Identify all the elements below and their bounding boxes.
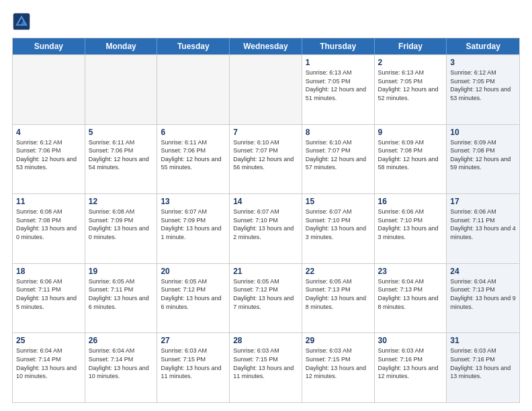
weekday-header: Wednesday — [230, 38, 302, 54]
cell-info: Sunrise: 6:05 AM Sunset: 7:12 PM Dayligh… — [161, 277, 226, 311]
calendar-cell: 10Sunrise: 6:09 AM Sunset: 7:08 PM Dayli… — [447, 125, 519, 194]
calendar-cell: 14Sunrise: 6:07 AM Sunset: 7:10 PM Dayli… — [230, 194, 302, 263]
calendar-cell: 21Sunrise: 6:05 AM Sunset: 7:12 PM Dayli… — [230, 264, 302, 333]
calendar-cell: 17Sunrise: 6:06 AM Sunset: 7:11 PM Dayli… — [447, 194, 519, 263]
calendar-cell: 2Sunrise: 6:13 AM Sunset: 7:05 PM Daylig… — [375, 55, 447, 124]
cell-info: Sunrise: 6:06 AM Sunset: 7:11 PM Dayligh… — [16, 277, 81, 311]
day-number: 25 — [16, 336, 81, 345]
calendar-row: 11Sunrise: 6:08 AM Sunset: 7:08 PM Dayli… — [13, 193, 519, 263]
cell-info: Sunrise: 6:07 AM Sunset: 7:09 PM Dayligh… — [161, 208, 226, 241]
cell-info: Sunrise: 6:13 AM Sunset: 7:05 PM Dayligh… — [378, 68, 443, 102]
day-number: 27 — [161, 336, 226, 345]
calendar-cell: 22Sunrise: 6:05 AM Sunset: 7:13 PM Dayli… — [302, 264, 375, 333]
day-number: 3 — [450, 58, 516, 67]
cell-info: Sunrise: 6:04 AM Sunset: 7:13 PM Dayligh… — [378, 277, 443, 311]
day-number: 24 — [450, 267, 516, 276]
day-number: 1 — [306, 58, 371, 67]
calendar-cell — [230, 55, 302, 124]
calendar-cell: 4Sunrise: 6:12 AM Sunset: 7:06 PM Daylig… — [13, 125, 85, 194]
cell-info: Sunrise: 6:13 AM Sunset: 7:05 PM Dayligh… — [306, 68, 371, 102]
logo — [12, 12, 34, 31]
page: SundayMondayTuesdayWednesdayThursdayFrid… — [0, 0, 532, 411]
cell-info: Sunrise: 6:05 AM Sunset: 7:11 PM Dayligh… — [89, 277, 154, 311]
day-number: 18 — [16, 267, 81, 276]
weekday-header: Thursday — [302, 38, 375, 54]
calendar-cell: 26Sunrise: 6:04 AM Sunset: 7:14 PM Dayli… — [85, 333, 158, 402]
calendar-cell: 30Sunrise: 6:03 AM Sunset: 7:16 PM Dayli… — [375, 333, 447, 402]
day-number: 17 — [450, 197, 516, 206]
day-number: 7 — [233, 128, 298, 137]
cell-info: Sunrise: 6:09 AM Sunset: 7:08 PM Dayligh… — [378, 138, 443, 172]
calendar-cell: 23Sunrise: 6:04 AM Sunset: 7:13 PM Dayli… — [375, 264, 447, 333]
day-number: 2 — [378, 58, 443, 67]
cell-info: Sunrise: 6:03 AM Sunset: 7:15 PM Dayligh… — [233, 347, 298, 380]
calendar-body: 1Sunrise: 6:13 AM Sunset: 7:05 PM Daylig… — [13, 54, 519, 402]
calendar-cell: 16Sunrise: 6:06 AM Sunset: 7:10 PM Dayli… — [375, 194, 447, 263]
day-number: 5 — [89, 128, 154, 137]
cell-info: Sunrise: 6:03 AM Sunset: 7:15 PM Dayligh… — [161, 347, 226, 380]
day-number: 9 — [378, 128, 443, 137]
cell-info: Sunrise: 6:07 AM Sunset: 7:10 PM Dayligh… — [306, 208, 371, 241]
calendar-cell — [85, 55, 158, 124]
calendar-cell — [13, 55, 85, 124]
cell-info: Sunrise: 6:04 AM Sunset: 7:14 PM Dayligh… — [16, 347, 81, 380]
cell-info: Sunrise: 6:11 AM Sunset: 7:06 PM Dayligh… — [161, 138, 226, 172]
cell-info: Sunrise: 6:11 AM Sunset: 7:06 PM Dayligh… — [89, 138, 154, 172]
logo-icon — [12, 12, 31, 31]
day-number: 12 — [89, 197, 154, 206]
calendar-cell: 20Sunrise: 6:05 AM Sunset: 7:12 PM Dayli… — [157, 264, 230, 333]
day-number: 23 — [378, 267, 443, 276]
calendar-cell: 15Sunrise: 6:07 AM Sunset: 7:10 PM Dayli… — [302, 194, 375, 263]
weekday-header: Saturday — [447, 38, 519, 54]
calendar-cell: 27Sunrise: 6:03 AM Sunset: 7:15 PM Dayli… — [157, 333, 230, 402]
cell-info: Sunrise: 6:12 AM Sunset: 7:05 PM Dayligh… — [450, 68, 516, 102]
day-number: 10 — [450, 128, 516, 137]
weekday-header: Tuesday — [157, 38, 230, 54]
day-number: 28 — [233, 336, 298, 345]
calendar-header: SundayMondayTuesdayWednesdayThursdayFrid… — [13, 38, 519, 54]
day-number: 8 — [306, 128, 371, 137]
day-number: 16 — [378, 197, 443, 206]
day-number: 22 — [306, 267, 371, 276]
cell-info: Sunrise: 6:10 AM Sunset: 7:07 PM Dayligh… — [233, 138, 298, 172]
cell-info: Sunrise: 6:04 AM Sunset: 7:14 PM Dayligh… — [89, 347, 154, 380]
cell-info: Sunrise: 6:05 AM Sunset: 7:12 PM Dayligh… — [233, 277, 298, 311]
calendar-cell: 18Sunrise: 6:06 AM Sunset: 7:11 PM Dayli… — [13, 264, 85, 333]
day-number: 21 — [233, 267, 298, 276]
day-number: 11 — [16, 197, 81, 206]
cell-info: Sunrise: 6:06 AM Sunset: 7:10 PM Dayligh… — [378, 208, 443, 241]
calendar-cell: 9Sunrise: 6:09 AM Sunset: 7:08 PM Daylig… — [375, 125, 447, 194]
calendar-cell: 7Sunrise: 6:10 AM Sunset: 7:07 PM Daylig… — [230, 125, 302, 194]
calendar-cell: 31Sunrise: 6:03 AM Sunset: 7:16 PM Dayli… — [447, 333, 519, 402]
calendar-cell: 6Sunrise: 6:11 AM Sunset: 7:06 PM Daylig… — [157, 125, 230, 194]
calendar-cell: 25Sunrise: 6:04 AM Sunset: 7:14 PM Dayli… — [13, 333, 85, 402]
weekday-header: Friday — [375, 38, 447, 54]
cell-info: Sunrise: 6:03 AM Sunset: 7:16 PM Dayligh… — [378, 347, 443, 380]
cell-info: Sunrise: 6:12 AM Sunset: 7:06 PM Dayligh… — [16, 138, 81, 172]
day-number: 31 — [450, 336, 516, 345]
day-number: 15 — [306, 197, 371, 206]
day-number: 6 — [161, 128, 226, 137]
cell-info: Sunrise: 6:06 AM Sunset: 7:11 PM Dayligh… — [450, 208, 516, 241]
weekday-header: Monday — [85, 38, 158, 54]
cell-info: Sunrise: 6:03 AM Sunset: 7:15 PM Dayligh… — [306, 347, 371, 380]
calendar-cell: 13Sunrise: 6:07 AM Sunset: 7:09 PM Dayli… — [157, 194, 230, 263]
calendar-row: 25Sunrise: 6:04 AM Sunset: 7:14 PM Dayli… — [13, 332, 519, 402]
day-number: 26 — [89, 336, 154, 345]
calendar-cell: 3Sunrise: 6:12 AM Sunset: 7:05 PM Daylig… — [447, 55, 519, 124]
calendar-cell: 28Sunrise: 6:03 AM Sunset: 7:15 PM Dayli… — [230, 333, 302, 402]
header — [12, 12, 520, 31]
day-number: 30 — [378, 336, 443, 345]
calendar-cell: 1Sunrise: 6:13 AM Sunset: 7:05 PM Daylig… — [302, 55, 375, 124]
cell-info: Sunrise: 6:07 AM Sunset: 7:10 PM Dayligh… — [233, 208, 298, 241]
weekday-header: Sunday — [13, 38, 85, 54]
cell-info: Sunrise: 6:08 AM Sunset: 7:08 PM Dayligh… — [16, 208, 81, 241]
calendar-row: 1Sunrise: 6:13 AM Sunset: 7:05 PM Daylig… — [13, 54, 519, 124]
calendar-cell: 8Sunrise: 6:10 AM Sunset: 7:07 PM Daylig… — [302, 125, 375, 194]
calendar: SundayMondayTuesdayWednesdayThursdayFrid… — [12, 38, 520, 403]
calendar-cell: 11Sunrise: 6:08 AM Sunset: 7:08 PM Dayli… — [13, 194, 85, 263]
day-number: 19 — [89, 267, 154, 276]
cell-info: Sunrise: 6:10 AM Sunset: 7:07 PM Dayligh… — [306, 138, 371, 172]
cell-info: Sunrise: 6:05 AM Sunset: 7:13 PM Dayligh… — [306, 277, 371, 311]
calendar-cell: 12Sunrise: 6:08 AM Sunset: 7:09 PM Dayli… — [85, 194, 158, 263]
